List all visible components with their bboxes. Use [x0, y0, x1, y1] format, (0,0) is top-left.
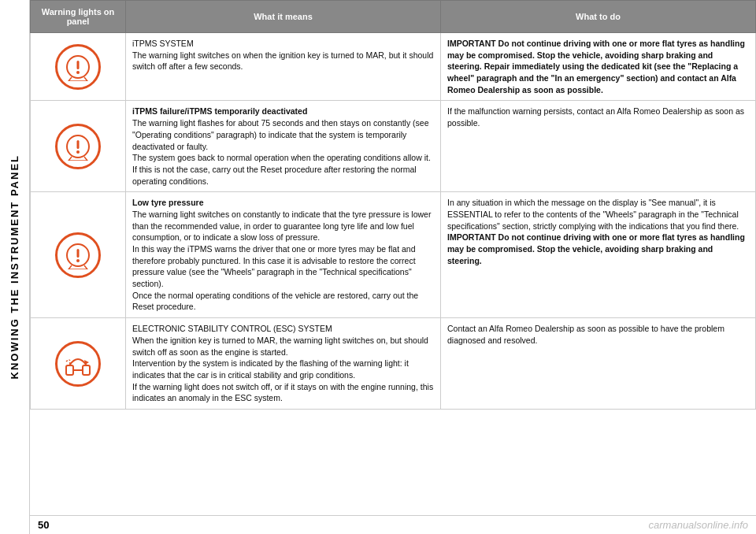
icon-cell — [31, 192, 126, 318]
watermark: carmanualsonline.info — [649, 519, 748, 531]
description-text: The warning light switches on constantly… — [132, 210, 431, 242]
col-header-todo: What to do — [441, 1, 756, 33]
table-row: iTPMS failure/iTPMS temporarily deactiva… — [31, 101, 756, 192]
action-text: If the malfunction warning persists, con… — [447, 106, 744, 128]
table-row: ELECTRONIC STABILITY CONTROL (ESC) SYSTE… — [31, 318, 756, 410]
table-row: iTPMS SYSTEMThe warning light switches o… — [31, 33, 756, 101]
sidebar-text: KNOWING THE INSTRUMENT PANEL — [9, 154, 20, 379]
description-text: ELECTRONIC STABILITY CONTROL (ESC) SYSTE… — [132, 324, 332, 333]
icon-cell — [31, 33, 126, 101]
action-text: IMPORTANT Do not continue driving with o… — [447, 232, 745, 265]
svg-rect-6 — [66, 365, 73, 375]
description-cell: iTPMS SYSTEMThe warning light switches o… — [126, 33, 441, 101]
action-cell: If the malfunction warning persists, con… — [441, 101, 756, 192]
description-text: iTPMS SYSTEM — [132, 39, 194, 48]
col-header-means: What it means — [126, 1, 441, 33]
tpms-icon — [55, 44, 101, 90]
esc-icon — [55, 341, 101, 387]
svg-rect-0 — [77, 61, 80, 69]
main-content: Warning lights on panel What it means Wh… — [30, 0, 756, 534]
description-text: When the ignition key is turned to MAR, … — [132, 336, 428, 357]
page-container: KNOWING THE INSTRUMENT PANEL Warning lig… — [0, 0, 756, 534]
action-text: IMPORTANT Do not continue driving with o… — [447, 39, 745, 95]
page-number: 50 — [38, 519, 49, 531]
sidebar-label: KNOWING THE INSTRUMENT PANEL — [0, 0, 30, 534]
main-table: Warning lights on panel What it means Wh… — [30, 0, 756, 410]
svg-marker-9 — [84, 360, 89, 365]
description-text: If the warning light does not switch off… — [132, 382, 433, 403]
col-header-warning: Warning lights on panel — [31, 1, 126, 33]
svg-point-5 — [76, 259, 80, 262]
action-cell: Contact an Alfa Romeo Dealership as soon… — [441, 318, 756, 410]
description-text: The warning light flashes for about 75 s… — [132, 118, 428, 150]
action-text: Contact an Alfa Romeo Dealership as soon… — [447, 324, 724, 345]
footer: 50 carmanualsonline.info — [30, 515, 756, 534]
tpms-icon — [55, 232, 101, 278]
svg-rect-2 — [77, 140, 80, 149]
table-row: Low tyre pressureThe warning light switc… — [31, 192, 756, 318]
description-bold: iTPMS failure/iTPMS temporarily deactiva… — [132, 106, 307, 116]
svg-point-3 — [76, 150, 80, 154]
tpms-icon — [55, 124, 101, 169]
description-text: Intervention by the system is indicated … — [132, 358, 409, 380]
description-cell: Low tyre pressureThe warning light switc… — [126, 192, 441, 318]
svg-point-1 — [76, 71, 80, 74]
description-text: The warning light switches on when the i… — [132, 50, 433, 72]
icon-cell — [31, 318, 126, 410]
description-bold: Low tyre pressure — [132, 198, 203, 207]
svg-rect-4 — [77, 249, 80, 258]
description-cell: iTPMS failure/iTPMS temporarily deactiva… — [126, 101, 441, 192]
svg-rect-7 — [83, 365, 90, 375]
action-cell: IMPORTANT Do not continue driving with o… — [441, 33, 756, 101]
action-text: In any situation in which the message on… — [447, 198, 739, 230]
action-cell: In any situation in which the message on… — [441, 192, 756, 318]
description-cell: ELECTRONIC STABILITY CONTROL (ESC) SYSTE… — [126, 318, 441, 410]
description-text: In this way the iTPMS warns the driver t… — [132, 244, 416, 288]
icon-cell — [31, 101, 126, 192]
description-text: Once the normal operating conditions of … — [132, 291, 418, 312]
description-text: The system goes back to normal operation… — [132, 153, 431, 185]
